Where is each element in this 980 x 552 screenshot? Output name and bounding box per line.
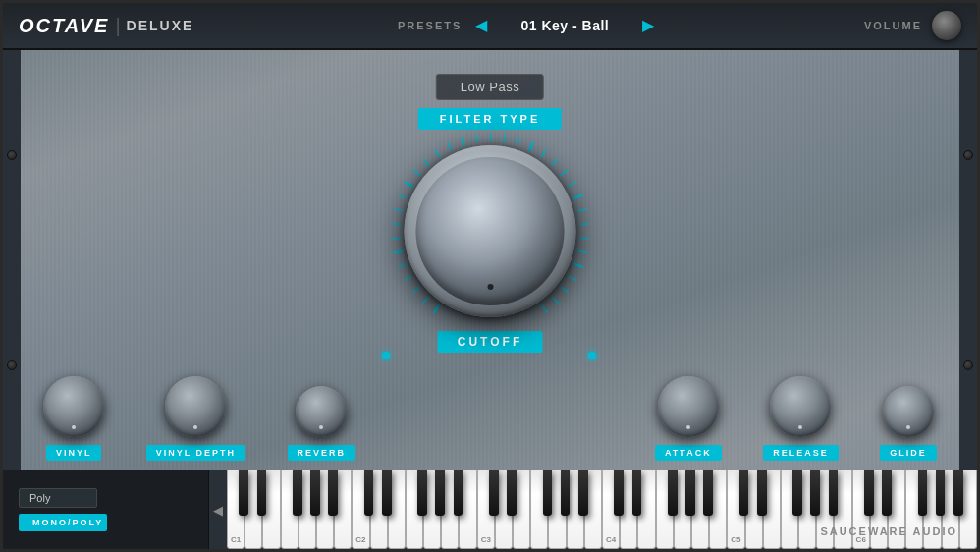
black-key[interactable] <box>489 470 499 516</box>
vinyl-depth-knob-dot <box>193 425 197 429</box>
black-key[interactable] <box>435 470 445 516</box>
black-key[interactable] <box>792 470 802 516</box>
svg-line-5 <box>394 251 402 253</box>
svg-line-10 <box>406 183 412 187</box>
black-key[interactable] <box>310 470 320 516</box>
octave-label: C1 <box>231 535 241 544</box>
glide-label: GLIDE <box>880 445 937 461</box>
svg-line-34 <box>542 305 547 312</box>
keyboard-scroll-button[interactable]: ◀ <box>209 470 227 549</box>
black-key[interactable] <box>454 470 463 516</box>
preset-next-button[interactable]: ▶ <box>636 14 660 37</box>
octave-2: C3 <box>477 470 602 549</box>
right-screw-top <box>963 150 973 160</box>
svg-line-12 <box>423 159 428 165</box>
filter-type-button[interactable]: FILTER TYPE <box>418 108 562 130</box>
black-key[interactable] <box>578 470 588 516</box>
right-indicator-dot <box>588 352 596 359</box>
black-key[interactable] <box>614 470 624 516</box>
white-key[interactable]: C4 <box>602 470 620 549</box>
octave-label: C5 <box>731 535 740 544</box>
octave-label: C4 <box>606 535 616 544</box>
black-key[interactable] <box>882 470 892 516</box>
volume-knob[interactable] <box>932 11 961 40</box>
octave-5: C6 <box>852 470 977 549</box>
black-key[interactable] <box>685 470 695 516</box>
svg-line-15 <box>462 138 463 145</box>
octave-label: C2 <box>355 535 365 544</box>
svg-line-26 <box>578 209 586 211</box>
white-key[interactable]: C1 <box>227 470 245 549</box>
svg-line-2 <box>412 288 418 293</box>
black-key[interactable] <box>953 470 963 516</box>
white-key[interactable] <box>656 470 674 549</box>
white-key[interactable] <box>530 470 548 549</box>
vinyl-knob[interactable] <box>43 376 104 437</box>
black-key[interactable] <box>257 470 267 516</box>
preset-prev-button[interactable]: ◀ <box>469 14 493 37</box>
reverb-knob[interactable] <box>296 386 347 437</box>
svg-line-27 <box>580 224 588 225</box>
poly-display: Poly <box>19 488 97 508</box>
black-key[interactable] <box>239 470 248 516</box>
svg-line-28 <box>580 238 588 239</box>
black-key[interactable] <box>543 470 553 516</box>
white-key[interactable]: C6 <box>852 470 870 549</box>
black-key[interactable] <box>918 470 928 516</box>
svg-line-8 <box>395 209 403 211</box>
mono-poly-button[interactable]: MONO/POLY <box>19 514 107 531</box>
filter-section: Low Pass FILTER TYPE <box>418 74 562 130</box>
svg-line-13 <box>435 150 439 157</box>
black-key[interactable] <box>328 470 338 516</box>
white-key[interactable]: C5 <box>727 470 744 549</box>
black-key[interactable] <box>507 470 517 516</box>
black-key[interactable] <box>417 470 427 516</box>
piano-keys[interactable]: C1C2C3C4C5C6 <box>227 470 977 549</box>
black-key[interactable] <box>810 470 820 516</box>
black-key[interactable] <box>364 470 374 516</box>
vinyl-depth-knob[interactable] <box>165 376 226 437</box>
left-screw-bottom <box>7 360 17 370</box>
left-indicator-dot <box>382 352 390 359</box>
attack-knob-dot <box>686 425 690 429</box>
svg-line-20 <box>529 143 532 150</box>
svg-line-25 <box>573 195 580 198</box>
black-key[interactable] <box>293 470 302 516</box>
white-key[interactable] <box>781 470 798 549</box>
glide-knob[interactable] <box>883 386 934 437</box>
svg-line-9 <box>399 195 406 198</box>
header-bar: OCTAVE | DELUXE PRESETS ◀ 01 Key - Ball … <box>3 3 977 50</box>
white-key[interactable] <box>406 470 423 549</box>
octave-0: C1 <box>227 470 352 549</box>
black-key[interactable] <box>632 470 642 516</box>
black-key[interactable] <box>703 470 713 516</box>
black-key[interactable] <box>864 470 874 516</box>
synth-main: OCTAVE | DELUXE PRESETS ◀ 01 Key - Ball … <box>0 0 980 552</box>
svg-line-29 <box>578 251 586 253</box>
cutoff-knob[interactable] <box>405 145 576 317</box>
white-key[interactable]: C2 <box>352 470 369 549</box>
vinyl-depth-unit: VINYL DEPTH <box>146 376 245 461</box>
svg-line-16 <box>475 135 476 142</box>
preset-name: 01 Key - Ball <box>501 18 628 33</box>
black-key[interactable] <box>936 470 946 516</box>
vinyl-label: VINYL <box>46 445 102 461</box>
attack-knob[interactable] <box>658 376 719 437</box>
white-key[interactable]: C3 <box>477 470 495 549</box>
white-key[interactable] <box>905 470 923 549</box>
white-key[interactable] <box>281 470 299 549</box>
black-key[interactable] <box>561 470 571 516</box>
black-key[interactable] <box>382 470 392 516</box>
release-knob[interactable] <box>770 376 831 437</box>
presets-label: PRESETS <box>398 20 462 31</box>
svg-line-11 <box>413 170 419 175</box>
black-key[interactable] <box>739 470 749 516</box>
release-unit: RELEASE <box>763 376 839 461</box>
svg-line-6 <box>392 238 400 239</box>
glide-unit: GLIDE <box>880 386 937 461</box>
vinyl-knob-dot <box>72 425 76 429</box>
logo-deluxe: DELUXE <box>127 18 194 33</box>
black-key[interactable] <box>829 470 839 516</box>
black-key[interactable] <box>757 470 767 516</box>
black-key[interactable] <box>668 470 678 516</box>
